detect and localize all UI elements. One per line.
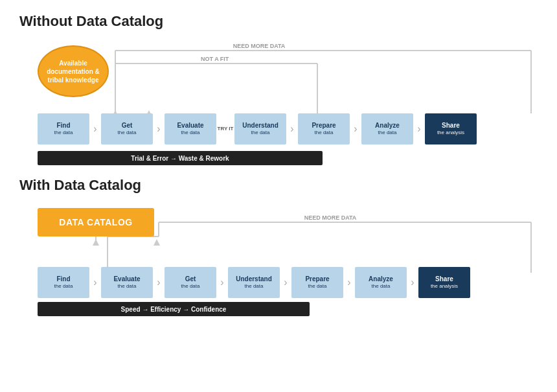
step2-find: Find the data	[38, 267, 89, 298]
step-evaluate: Evaluate the data	[165, 113, 216, 144]
step2-prepare: Prepare the data	[291, 267, 343, 298]
section2-banner: Speed → Efficiency → Confidence	[38, 302, 310, 316]
svg-marker-19	[153, 239, 160, 246]
section1-title: Without Data Catalog	[19, 13, 538, 30]
svg-text:NEED MORE DATA: NEED MORE DATA	[304, 214, 357, 221]
arrow2-6: ›	[407, 277, 418, 288]
step-share: Share the analysis	[425, 113, 477, 144]
steps-row-1: Find the data › Get the data › Evaluate …	[38, 113, 531, 144]
arrow-1: ›	[89, 123, 101, 135]
try-it-label: TRY IT	[216, 126, 234, 132]
arrow2-1: ›	[89, 277, 101, 288]
arrow2-3: ›	[216, 277, 228, 288]
main-container: Without Data Catalog NEED MORE DATA NOT …	[0, 0, 557, 329]
step2-understand: Understand the data	[228, 267, 280, 298]
step2-analyze: Analyze the data	[355, 267, 407, 298]
arrow2-5: ›	[343, 277, 355, 288]
section1: Without Data Catalog NEED MORE DATA NOT …	[19, 13, 538, 165]
section2: With Data Catalog NEED MORE DATA D	[19, 177, 538, 316]
with-diagram: NEED MORE DATA DATA CATALOG Find the dat…	[19, 203, 538, 316]
step-get: Get the data	[101, 113, 153, 144]
step-understand: Understand the data	[234, 113, 286, 144]
step-find: Find the data	[38, 113, 89, 144]
steps-row-2: Find the data › Evaluate the data › Get …	[38, 267, 531, 298]
catalog-box: DATA CATALOG	[38, 208, 154, 236]
step-analyze: Analyze the data	[361, 113, 413, 144]
step-prepare: Prepare the data	[298, 113, 350, 144]
arrow-5: ›	[413, 123, 425, 135]
without-diagram: NEED MORE DATA NOT A FIT Available docum…	[19, 39, 538, 165]
step2-evaluate: Evaluate the data	[101, 267, 153, 298]
arrow2-2: ›	[153, 277, 165, 288]
arrow-4: ›	[350, 123, 361, 135]
arrow-2: ›	[153, 123, 165, 135]
svg-text:NEED MORE DATA: NEED MORE DATA	[233, 43, 286, 49]
svg-text:NOT A FIT: NOT A FIT	[201, 56, 229, 62]
tribal-knowledge-oval: Available documentation & tribal knowled…	[38, 45, 109, 97]
arrow-3: ›	[286, 123, 298, 135]
section1-banner: Trial & Error → Waste & Rework	[38, 151, 323, 165]
arrow2-4: ›	[280, 277, 291, 288]
section2-title: With Data Catalog	[19, 177, 538, 194]
svg-marker-17	[93, 239, 99, 246]
step2-get: Get the data	[165, 267, 216, 298]
step2-share: Share the analysis	[418, 267, 470, 298]
